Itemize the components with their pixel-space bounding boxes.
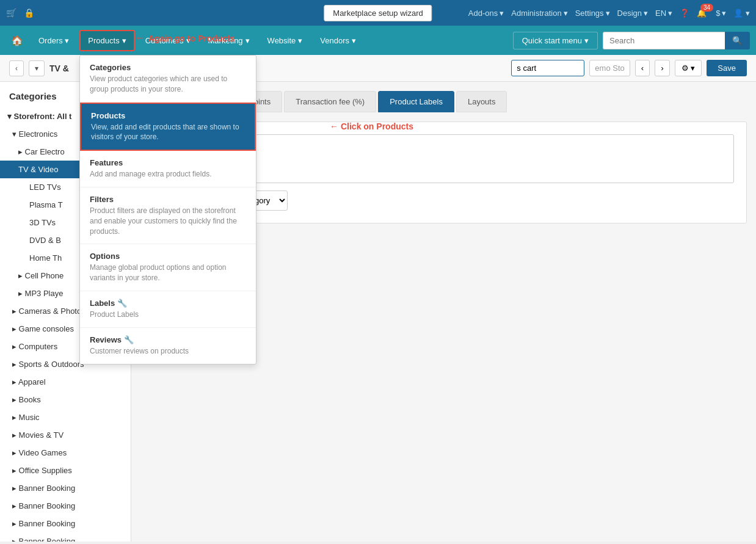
top-bar: 🛒 🔒 Marketplace setup wizard Add-ons ▾ A… xyxy=(0,0,756,26)
marketplace-setup-button[interactable]: Marketplace setup wizard xyxy=(324,5,432,21)
dropdown-item-desc: View, add and edit products that are sho… xyxy=(91,122,245,143)
dropdown-item-desc: Add and manage extra product fields. xyxy=(90,169,246,180)
notification-badge: 34 xyxy=(700,4,713,12)
sidebar-item[interactable]: ▸ Apparel xyxy=(0,373,131,391)
tab-product-labels[interactable]: Product Labels xyxy=(378,91,454,112)
sidebar-item[interactable]: ▸ Movies & TV xyxy=(0,426,131,444)
language-menu[interactable]: EN ▾ xyxy=(655,9,672,18)
dropdown-item-title: Products xyxy=(91,111,245,120)
back-button[interactable]: ‹ xyxy=(9,60,24,76)
customers-menu[interactable]: Customers ▾ xyxy=(138,31,198,50)
dropdown-item-features[interactable]: FeaturesAdd and manage extra product fie… xyxy=(80,151,256,187)
settings-button[interactable]: ⚙ ▾ xyxy=(675,60,702,76)
nav-right: Quick start menu ▾ 🔍 xyxy=(513,32,750,49)
sidebar-item[interactable]: ▸ Banner Booking xyxy=(0,515,131,532)
quick-start-button[interactable]: Quick start menu ▾ xyxy=(513,32,598,49)
dropdown-item-categories[interactable]: CategoriesView product categories which … xyxy=(80,56,256,103)
marketplace-center: Marketplace setup wizard xyxy=(324,5,432,21)
settings-menu[interactable]: Settings ▾ xyxy=(575,9,610,18)
orders-menu[interactable]: Orders ▾ xyxy=(31,31,76,50)
vendors-menu[interactable]: Vendors ▾ xyxy=(313,31,363,50)
administration-menu[interactable]: Administration ▾ xyxy=(511,9,567,18)
search-bar: 🔍 xyxy=(603,32,750,49)
secondary-nav: 🏠 Orders ▾ Products ▾ Customers ▾ Market… xyxy=(0,26,756,55)
notification-bell[interactable]: 🔔34 xyxy=(697,9,708,18)
products-menu[interactable]: Products ▾ xyxy=(79,30,134,51)
prev-page-button[interactable]: ‹ xyxy=(635,60,650,76)
sidebar-item[interactable]: ▸ Office Supplies xyxy=(0,462,131,479)
dropdown-item-title: Labels 🔧 xyxy=(90,299,246,308)
lock-icon[interactable]: 🔒 xyxy=(24,8,34,18)
dropdown-item-title: Options xyxy=(90,252,246,261)
demo-store-text: emo Sto xyxy=(589,60,630,76)
save-button[interactable]: Save xyxy=(707,60,747,76)
help-icon[interactable]: ❓ xyxy=(680,9,689,18)
dropdown-item-filters[interactable]: FiltersProduct filters are displayed on … xyxy=(80,187,256,244)
dropdown-item-options[interactable]: OptionsManage global product options and… xyxy=(80,244,256,291)
marketing-menu[interactable]: Marketing ▾ xyxy=(201,31,257,50)
next-page-button[interactable]: › xyxy=(655,60,669,76)
dropdown-item-title: Features xyxy=(90,158,246,167)
design-menu[interactable]: Design ▾ xyxy=(617,9,648,18)
dropdown-item-title: Categories xyxy=(90,63,246,72)
top-bar-icons: 🛒 🔒 xyxy=(6,8,34,18)
dropdown-item-reviews[interactable]: Reviews 🔧Customer reviews on products xyxy=(80,328,256,364)
sidebar-item[interactable]: ▸ Banner Booking xyxy=(0,479,131,497)
sidebar-item[interactable]: ▸ Banner Booking xyxy=(0,532,131,542)
dropdown-item-labels[interactable]: Labels 🔧Product Labels xyxy=(80,291,256,328)
sidebar-item[interactable]: ▸ Video Games xyxy=(0,444,131,462)
user-menu[interactable]: 👤 ▾ xyxy=(733,9,750,18)
cart-icon[interactable]: 🛒 xyxy=(6,8,16,18)
top-bar-right: Add-ons ▾ Administration ▾ Settings ▾ De… xyxy=(468,9,750,18)
dollar-menu[interactable]: $ ▾ xyxy=(716,9,726,18)
page-name-input[interactable] xyxy=(511,60,584,76)
sidebar-item[interactable]: ▸ Music xyxy=(0,408,131,426)
addons-menu[interactable]: Add-ons ▾ xyxy=(468,9,504,18)
sidebar-item[interactable]: ▸ Books xyxy=(0,391,131,408)
dropdown-item-desc: Manage global product options and option… xyxy=(90,263,246,283)
website-menu[interactable]: Website ▾ xyxy=(260,31,310,50)
tab-layouts[interactable]: Layouts xyxy=(456,91,507,112)
products-dropdown-menu: CategoriesView product categories which … xyxy=(79,55,256,364)
sidebar-item[interactable]: ▸ Banner Booking xyxy=(0,497,131,515)
dropdown-button[interactable]: ▾ xyxy=(29,60,45,76)
dropdown-item-desc: Customer reviews on products xyxy=(90,346,246,357)
tab-transaction-fee-(%)[interactable]: Transaction fee (%) xyxy=(284,91,376,112)
dropdown-item-products[interactable]: ProductsView, add and edit products that… xyxy=(80,103,256,151)
home-button[interactable]: 🏠 xyxy=(6,30,28,51)
dropdown-item-title: Reviews 🔧 xyxy=(90,335,246,344)
search-input[interactable] xyxy=(603,32,725,49)
dropdown-item-title: Filters xyxy=(90,195,246,204)
dropdown-item-desc: Product filters are displayed on the sto… xyxy=(90,206,246,236)
dropdown-item-desc: Product Labels xyxy=(90,310,246,320)
annotation-click-products: ← Click on Products xyxy=(330,121,413,131)
dropdown-item-desc: View product categories which are used t… xyxy=(90,74,246,95)
search-button[interactable]: 🔍 xyxy=(725,32,750,49)
